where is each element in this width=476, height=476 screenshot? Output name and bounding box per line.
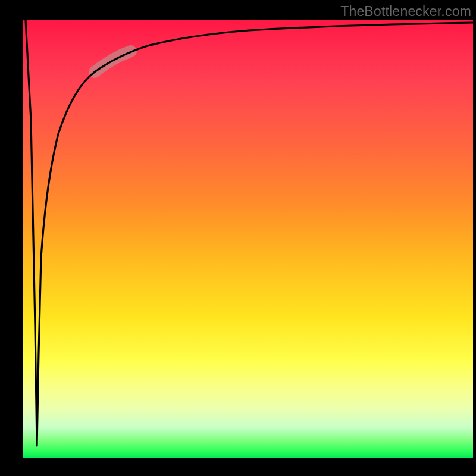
bottleneck-curve-path xyxy=(26,20,473,446)
attribution-text: TheBottlenecker.com xyxy=(340,4,471,20)
curve-layer xyxy=(23,20,473,458)
chart-stage: TheBottlenecker.com xyxy=(0,0,476,476)
plot-area xyxy=(23,20,473,458)
